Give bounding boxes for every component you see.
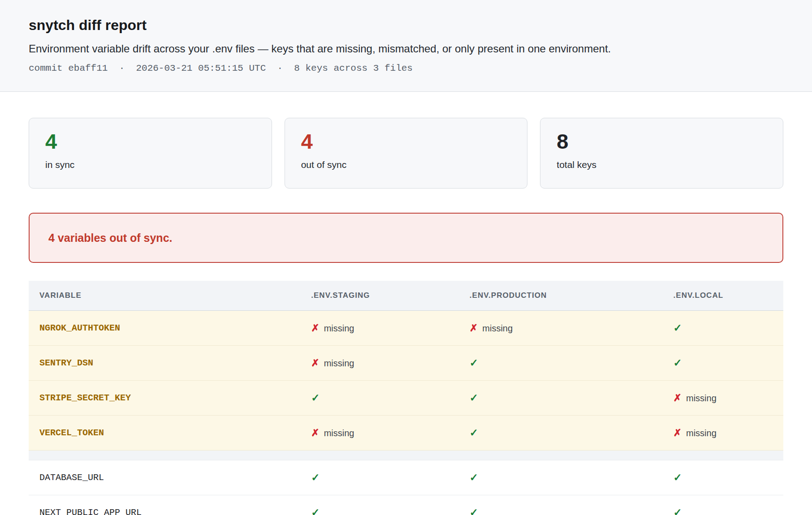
status-cell: ✗missing (300, 311, 459, 346)
check-icon: ✓ (674, 357, 682, 369)
check-icon: ✓ (311, 472, 320, 483)
table-row: SENTRY_DSN✗missing✓✓ (29, 346, 783, 381)
page-subtitle: Environment variable drift across your .… (29, 43, 783, 55)
cross-icon: ✗ (311, 322, 319, 334)
variable-name: NEXT_PUBLIC_APP_URL (29, 495, 300, 515)
cross-icon: ✗ (470, 322, 478, 334)
total-keys-count: 8 (557, 130, 767, 153)
check-icon: ✓ (470, 357, 478, 369)
check-icon: ✓ (311, 506, 320, 515)
check-icon: ✓ (470, 427, 478, 438)
table-spacer-cell (29, 451, 783, 460)
page-title: snytch diff report (29, 17, 783, 34)
status-cell: ✓ (459, 460, 663, 495)
table-header-row: VARIABLE.ENV.STAGING.ENV.PRODUCTION.ENV.… (29, 281, 783, 311)
status-cell: ✓ (459, 346, 663, 381)
missing-label: missing (686, 393, 717, 403)
out-of-sync-alert: 4 variables out of sync. (29, 213, 783, 263)
check-icon: ✓ (311, 392, 320, 403)
status-cell: ✓ (663, 460, 783, 495)
stats-row: 4 in sync 4 out of sync 8 total keys (29, 118, 783, 189)
status-cell: ✗missing (459, 311, 663, 346)
variable-name: SENTRY_DSN (29, 346, 300, 381)
table-row: STRIPE_SECRET_KEY✓✓✗missing (29, 381, 783, 416)
table-row: VERCEL_TOKEN✗missing✓✗missing (29, 416, 783, 451)
env-diff-table: VARIABLE.ENV.STAGING.ENV.PRODUCTION.ENV.… (29, 281, 783, 515)
stat-card-in-sync: 4 in sync (29, 118, 272, 189)
report-header: snytch diff report Environment variable … (0, 0, 812, 92)
column-header-variable: VARIABLE (29, 281, 300, 311)
column-header-env-staging: .ENV.STAGING (300, 281, 459, 311)
variable-name: NGROK_AUTHTOKEN (29, 311, 300, 346)
status-cell: ✗missing (663, 381, 783, 416)
check-icon: ✓ (470, 472, 478, 483)
status-cell: ✓ (459, 495, 663, 515)
check-icon: ✓ (674, 322, 682, 334)
table-spacer-row (29, 451, 783, 460)
commit-meta: commit ebaff11 · 2026-03-21 05:51:15 UTC… (29, 63, 783, 73)
table-row: DATABASE_URL✓✓✓ (29, 460, 783, 495)
column-header-env-local: .ENV.LOCAL (663, 281, 783, 311)
cross-icon: ✗ (674, 427, 682, 438)
status-cell: ✓ (663, 346, 783, 381)
status-cell: ✗missing (300, 416, 459, 451)
missing-label: missing (324, 358, 354, 368)
total-keys-label: total keys (557, 159, 767, 170)
missing-label: missing (324, 428, 354, 438)
missing-label: missing (482, 323, 513, 333)
table-header: VARIABLE.ENV.STAGING.ENV.PRODUCTION.ENV.… (29, 281, 783, 311)
stat-card-out-of-sync: 4 out of sync (285, 118, 528, 189)
status-cell: ✓ (663, 311, 783, 346)
variable-name: VERCEL_TOKEN (29, 416, 300, 451)
status-cell: ✓ (663, 495, 783, 515)
table-row: NGROK_AUTHTOKEN✗missing✗missing✓ (29, 311, 783, 346)
check-icon: ✓ (674, 506, 682, 515)
status-cell: ✓ (300, 495, 459, 515)
column-header-env-production: .ENV.PRODUCTION (459, 281, 663, 311)
missing-label: missing (686, 428, 717, 438)
env-table-body: NGROK_AUTHTOKEN✗missing✗missing✓SENTRY_D… (29, 311, 783, 515)
status-cell: ✗missing (300, 346, 459, 381)
alert-message: 4 variables out of sync. (48, 232, 173, 245)
stat-card-total-keys: 8 total keys (540, 118, 783, 189)
status-cell: ✓ (459, 416, 663, 451)
cross-icon: ✗ (311, 427, 319, 438)
cross-icon: ✗ (674, 392, 682, 403)
variable-name: DATABASE_URL (29, 460, 300, 495)
table-row: NEXT_PUBLIC_APP_URL✓✓✓ (29, 495, 783, 515)
status-cell: ✓ (300, 381, 459, 416)
status-cell: ✗missing (663, 416, 783, 451)
status-cell: ✓ (300, 460, 459, 495)
check-icon: ✓ (674, 472, 682, 483)
check-icon: ✓ (470, 506, 478, 515)
variable-name: STRIPE_SECRET_KEY (29, 381, 300, 416)
status-cell: ✓ (459, 381, 663, 416)
cross-icon: ✗ (311, 357, 319, 369)
in-sync-label: in sync (45, 159, 255, 170)
out-of-sync-label: out of sync (301, 159, 511, 170)
check-icon: ✓ (470, 392, 478, 403)
missing-label: missing (324, 323, 354, 333)
out-of-sync-count: 4 (301, 130, 511, 153)
report-body: 4 in sync 4 out of sync 8 total keys 4 v… (0, 118, 812, 515)
in-sync-count: 4 (45, 130, 255, 153)
